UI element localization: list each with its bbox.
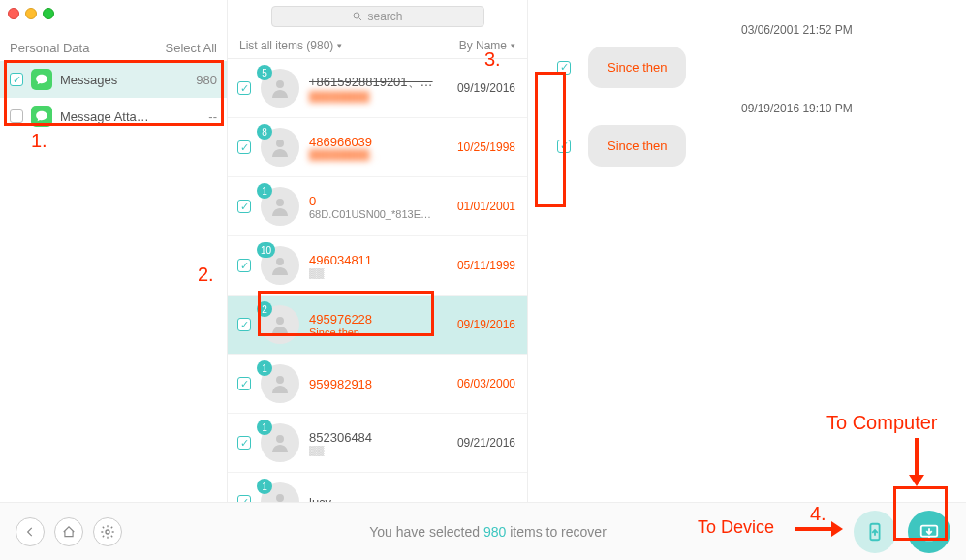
message-detail-panel: 03/06/2001 21:52 PM Since then 09/19/201… bbox=[528, 0, 966, 502]
svg-point-6 bbox=[276, 317, 284, 325]
sidebar-header-label: Personal Data bbox=[10, 41, 89, 55]
checkbox-icon[interactable] bbox=[237, 377, 251, 390]
messages-attachment-icon bbox=[31, 106, 52, 127]
conversation-preview: ████████ bbox=[309, 91, 452, 103]
conversation-column: search List all items (980) ▾ By Name ▾ … bbox=[228, 0, 528, 502]
conversation-date: 10/25/1998 bbox=[457, 140, 515, 154]
conversation-name: lucy bbox=[309, 495, 510, 503]
message-row: Since then bbox=[557, 125, 966, 167]
svg-point-7 bbox=[276, 376, 284, 384]
conversation-row[interactable]: 2 495976228 Since then 09/19/2016 bbox=[228, 296, 527, 355]
svg-line-1 bbox=[359, 18, 362, 21]
checkbox-icon[interactable] bbox=[237, 140, 251, 154]
svg-point-0 bbox=[354, 13, 359, 18]
chevron-down-icon: ▾ bbox=[337, 41, 342, 50]
conversation-name: 0 bbox=[309, 194, 452, 208]
home-button[interactable] bbox=[54, 517, 83, 546]
search-placeholder: search bbox=[367, 10, 402, 23]
checkbox-icon[interactable] bbox=[237, 200, 251, 213]
select-all-button[interactable]: Select All bbox=[166, 41, 217, 55]
messages-app-icon bbox=[31, 69, 52, 90]
checkbox-icon[interactable] bbox=[10, 73, 23, 86]
conversation-name: 486966039 bbox=[309, 135, 452, 149]
conversation-name: 959982918 bbox=[309, 377, 452, 391]
back-button[interactable] bbox=[16, 517, 45, 546]
unread-badge: 1 bbox=[257, 183, 272, 199]
checkbox-icon[interactable] bbox=[237, 436, 251, 450]
unread-badge: 10 bbox=[257, 242, 275, 258]
checkbox-icon[interactable] bbox=[237, 81, 251, 95]
message-timestamp: 09/19/2016 19:10 PM bbox=[741, 102, 966, 115]
checkbox-icon[interactable] bbox=[557, 140, 571, 153]
svg-point-8 bbox=[276, 435, 284, 443]
conversation-preview: 68D.C01USN00_*813E… bbox=[309, 208, 452, 220]
unread-badge: 1 bbox=[257, 420, 272, 435]
conversation-name: 852306484 bbox=[309, 430, 452, 445]
checkbox-icon[interactable] bbox=[10, 109, 23, 123]
footer-status-text: You have selected 980 items to recover bbox=[122, 524, 854, 540]
conversation-date: 09/19/2016 bbox=[457, 81, 515, 95]
conversation-date: 09/21/2016 bbox=[457, 436, 515, 450]
conversation-list[interactable]: 5 +8615928819201、… ████████ 09/19/2016 8… bbox=[228, 59, 527, 502]
conversation-name: 495976228 bbox=[309, 312, 452, 327]
sidebar-item-count: 980 bbox=[196, 73, 217, 87]
svg-point-4 bbox=[276, 199, 284, 206]
message-bubble: Since then bbox=[588, 47, 686, 88]
conversation-row[interactable]: 1 lucy bbox=[228, 473, 527, 502]
unread-badge: 5 bbox=[257, 65, 272, 80]
sidebar-item-label: Messages bbox=[60, 73, 196, 87]
sidebar-item-count: -- bbox=[208, 109, 217, 124]
sidebar-item-label: Message Atta… bbox=[60, 109, 208, 124]
sidebar-item-message-attachments[interactable]: Message Atta… -- bbox=[0, 98, 227, 135]
export-to-computer-button[interactable] bbox=[908, 511, 950, 553]
svg-point-5 bbox=[276, 258, 284, 265]
message-bubble: Since then bbox=[588, 125, 686, 167]
conversation-row[interactable]: 1 0 68D.C01USN00_*813E… 01/01/2001 bbox=[228, 177, 527, 236]
search-input[interactable]: search bbox=[271, 6, 484, 27]
sort-dropdown[interactable]: By Name ▾ bbox=[459, 39, 515, 52]
checkbox-icon[interactable] bbox=[237, 495, 251, 502]
svg-point-3 bbox=[276, 140, 284, 147]
unread-badge: 1 bbox=[257, 479, 272, 494]
conversation-name: +8615928819201、… bbox=[309, 74, 452, 91]
conversation-preview: ▒▒ bbox=[309, 267, 452, 279]
sidebar: Personal Data Select All Messages 980 Me… bbox=[0, 0, 228, 502]
list-filter-dropdown[interactable]: List all items (980) ▾ bbox=[239, 39, 342, 52]
settings-button[interactable] bbox=[93, 517, 122, 546]
sidebar-item-messages[interactable]: Messages 980 bbox=[0, 61, 227, 98]
checkbox-icon[interactable] bbox=[237, 259, 251, 272]
conversation-date: 05/11/1999 bbox=[457, 259, 515, 272]
export-to-device-button[interactable] bbox=[854, 511, 896, 553]
conversation-row[interactable]: 10 496034811 ▒▒ 05/11/1999 bbox=[228, 236, 527, 296]
conversation-preview: ████████ . bbox=[309, 149, 452, 161]
conversation-date: 09/19/2016 bbox=[457, 318, 515, 331]
unread-badge: 8 bbox=[257, 124, 272, 140]
chevron-down-icon: ▾ bbox=[511, 41, 515, 50]
conversation-row[interactable]: 1 959982918 06/03/2000 bbox=[228, 355, 527, 414]
checkbox-icon[interactable] bbox=[557, 61, 571, 75]
conversation-date: 06/03/2000 bbox=[457, 377, 515, 390]
conversation-date: 01/01/2001 bbox=[457, 200, 515, 213]
conversation-name: 496034811 bbox=[309, 253, 452, 267]
svg-point-10 bbox=[106, 530, 109, 534]
svg-point-9 bbox=[276, 494, 284, 502]
conversation-row[interactable]: 1 852306484 ▒▒ 09/21/2016 bbox=[228, 414, 527, 473]
message-row: Since then bbox=[557, 47, 966, 88]
svg-point-2 bbox=[276, 80, 284, 88]
message-timestamp: 03/06/2001 21:52 PM bbox=[741, 23, 966, 37]
unread-badge: 1 bbox=[257, 360, 272, 376]
conversation-preview: Since then bbox=[309, 327, 452, 338]
conversation-row[interactable]: 5 +8615928819201、… ████████ 09/19/2016 bbox=[228, 59, 527, 118]
sort-label: By Name bbox=[459, 39, 507, 52]
unread-badge: 2 bbox=[257, 301, 272, 317]
footer-bar: You have selected 980 items to recover bbox=[0, 502, 966, 560]
search-icon bbox=[352, 11, 363, 22]
conversation-row[interactable]: 8 486966039 ████████ . 10/25/1998 bbox=[228, 118, 527, 177]
list-filter-label: List all items (980) bbox=[239, 39, 333, 52]
conversation-preview: ▒▒ bbox=[309, 445, 452, 456]
checkbox-icon[interactable] bbox=[237, 318, 251, 331]
